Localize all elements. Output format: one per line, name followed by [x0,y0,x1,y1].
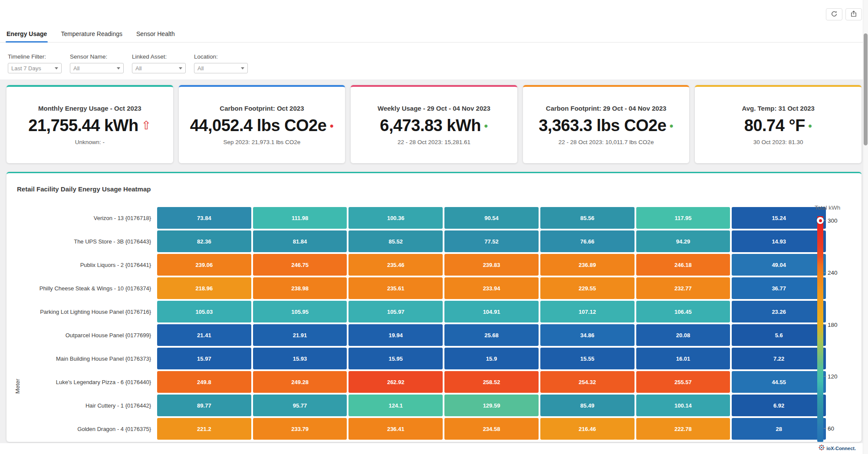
heatmap-cell[interactable]: 85.56 [540,207,635,229]
heatmap-cell[interactable]: 81.84 [253,230,347,252]
heatmap-cell[interactable]: 85.52 [349,230,443,252]
heatmap-cell[interactable]: 249.28 [253,371,347,393]
heatmap-row: Golden Dragon - 4 {0176375}221.2233.7923… [13,417,827,441]
heatmap-cell[interactable]: 23.26 [732,301,826,322]
timeline-filter-select[interactable]: Last 7 Days [8,63,62,73]
heatmap-cell[interactable]: 34.86 [540,324,635,346]
heatmap-cell[interactable]: 258.52 [444,371,539,393]
heatmap-row: Parking Lot Lighting House Panel {017671… [13,300,827,323]
tab-energy-usage[interactable]: Energy Usage [6,30,48,42]
status-dot-icon: ● [484,122,488,129]
heatmap-cell[interactable]: 124.1 [349,395,443,416]
location-filter-select[interactable]: All [194,63,248,73]
legend-tick-label: 300 [828,217,838,224]
heatmap-cell[interactable]: 262.92 [349,371,443,393]
heatmap-cell[interactable]: 44.55 [732,371,826,393]
kpi-value: 44,052.4 lbs CO2e [190,116,327,135]
heatmap-cell[interactable]: 82.36 [157,230,251,252]
heatmap-cell[interactable]: 117.95 [636,207,730,229]
linked-asset-filter-select[interactable]: All [132,63,186,73]
vertical-scrollbar[interactable] [863,0,868,454]
heatmap-cell[interactable]: 235.46 [349,254,443,276]
heatmap-cell[interactable]: 100.14 [636,395,730,416]
heatmap-cell[interactable]: 100.36 [349,207,443,229]
heatmap-cell[interactable]: 238.98 [253,277,347,299]
heatmap-cell[interactable]: 233.79 [253,418,347,440]
heatmap-cell[interactable]: 105.03 [157,301,251,322]
tab-sensor-health[interactable]: Sensor Health [135,30,176,42]
heatmap-cell[interactable]: 7.22 [732,348,826,369]
heatmap-cell[interactable]: 249.8 [157,371,251,393]
heatmap-cell[interactable]: 90.54 [444,207,539,229]
heatmap-cell[interactable]: 73.84 [157,207,251,229]
legend-tick: 300 [824,217,838,224]
refresh-button[interactable] [826,8,842,20]
share-export-icon [850,10,857,19]
heatmap-cell[interactable]: 239.83 [444,254,539,276]
heatmap-cell[interactable]: 236.89 [540,254,635,276]
scrollbar-thumb[interactable] [864,33,868,145]
tab-temperature-readings[interactable]: Temperature Readings [60,30,123,42]
heatmap-cell[interactable]: 5.6 [732,324,826,346]
heatmap-cell[interactable]: 95.77 [253,395,347,416]
heatmap-cell[interactable]: 222.78 [636,418,730,440]
location-filter-value: All [197,65,204,72]
heatmap-cell[interactable]: 105.95 [253,301,347,322]
heatmap-cell[interactable]: 28 [732,418,826,440]
heatmap-cell[interactable]: 246.75 [253,254,347,276]
heatmap-cell[interactable]: 49.04 [732,254,826,276]
heatmap-cell[interactable]: 15.55 [540,348,635,369]
location-filter-label: Location: [194,53,248,60]
kpi-subtitle: 22 - 28 Oct 2023: 10,011.7 lbs CO2e [559,139,654,145]
legend-tick-label: 60 [828,425,834,431]
legend-tick-label: 180 [828,321,838,328]
heatmap-cell[interactable]: 14.93 [732,230,826,252]
legend-gradient-bar [817,216,823,442]
heatmap-cell[interactable]: 105.97 [349,301,443,322]
heatmap-cell[interactable]: 15.9 [444,348,539,369]
heatmap-cell[interactable]: 246.18 [636,254,730,276]
heatmap-cell[interactable]: 15.24 [732,207,826,229]
heatmap-cell[interactable]: 239.06 [157,254,251,276]
heatmap-cell[interactable]: 232.77 [636,277,730,299]
heatmap-cell[interactable]: 129.59 [444,395,539,416]
heatmap-cell[interactable]: 25.68 [444,324,539,346]
heatmap-cell[interactable]: 77.52 [444,230,539,252]
heatmap-cell[interactable]: 236.41 [349,418,443,440]
heatmap-cell[interactable]: 21.91 [253,324,347,346]
kpi-card-carbon-week: Carbon Footprint: 29 Oct - 04 Nov 2023 3… [523,85,690,163]
heatmap-cell[interactable]: 229.55 [540,277,635,299]
heatmap-cell[interactable]: 233.94 [444,277,539,299]
sensor-name-filter-select[interactable]: All [70,63,124,73]
heatmap-cell[interactable]: 15.95 [349,348,443,369]
heatmap-cell[interactable]: 36.77 [732,277,826,299]
share-button[interactable] [845,8,862,20]
heatmap-cell[interactable]: 15.97 [157,348,251,369]
heatmap-cell[interactable]: 6.92 [732,395,826,416]
heatmap-cell[interactable]: 104.91 [444,301,539,322]
heatmap-cell[interactable]: 107.12 [540,301,635,322]
heatmap-cell[interactable]: 15.93 [253,348,347,369]
heatmap-cell[interactable]: 20.08 [636,324,730,346]
heatmap-cell[interactable]: 16.01 [636,348,730,369]
heatmap-row-label: Verizon - 13 {0176718} [13,206,156,230]
color-scale-legend: Total kWh 30024018012060 [817,204,850,443]
legend-tick-label: 120 [828,373,838,380]
heatmap-cell[interactable]: 216.46 [540,418,635,440]
heatmap-cell[interactable]: 254.32 [540,371,635,393]
heatmap-cell[interactable]: 89.77 [157,395,251,416]
heatmap-cell[interactable]: 234.58 [444,418,539,440]
heatmap-cell[interactable]: 218.96 [157,277,251,299]
heatmap-cell[interactable]: 19.94 [349,324,443,346]
chevron-down-icon [117,67,120,69]
heatmap-cell[interactable]: 85.49 [540,395,635,416]
heatmap-cell[interactable]: 111.98 [253,207,347,229]
heatmap-cell[interactable]: 21.41 [157,324,251,346]
heatmap-cell[interactable]: 221.2 [157,418,251,440]
heatmap-cell[interactable]: 255.57 [636,371,730,393]
heatmap-cell[interactable]: 94.29 [636,230,730,252]
kpi-card-avg-temp: Avg. Temp: 31 Oct 2023 80.74 °F ● 30 Oct… [695,85,861,163]
heatmap-cell[interactable]: 106.45 [636,301,730,322]
heatmap-cell[interactable]: 235.61 [349,277,443,299]
heatmap-cell[interactable]: 76.66 [540,230,635,252]
